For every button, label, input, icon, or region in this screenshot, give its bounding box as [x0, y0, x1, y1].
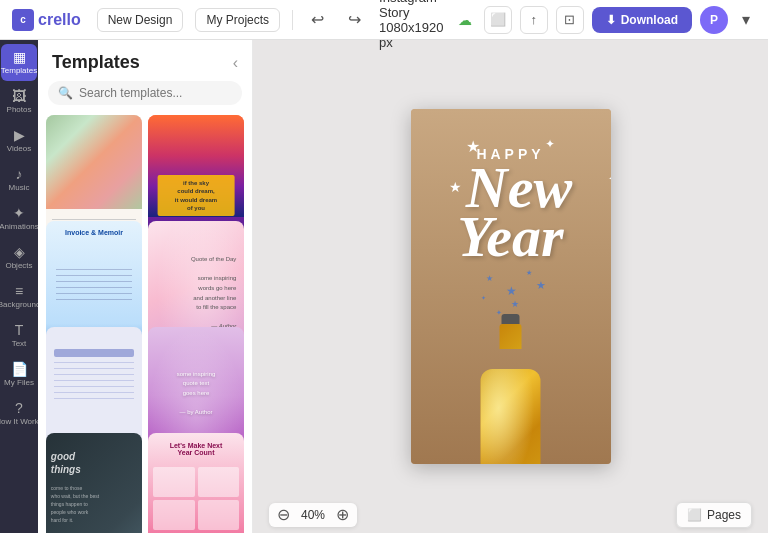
sidebar-item-videos[interactable]: ▶ Videos	[1, 122, 37, 159]
hny-design-container: ★ HAPPY ✦ ★ New ✦ Year	[421, 145, 601, 262]
zoom-in-icon: ⊕	[336, 506, 349, 523]
canvas-design[interactable]: ★ HAPPY ✦ ★ New ✦ Year	[411, 109, 611, 464]
confetti-star-4: ✦	[481, 294, 486, 301]
bottle-body	[481, 369, 541, 464]
videos-nav-label: Videos	[7, 144, 31, 153]
confetti-star-2: ★	[506, 284, 517, 298]
resize-icon: ⊡	[564, 12, 575, 27]
howitworks-nav-label: How It Works	[0, 417, 43, 426]
star-top-right-icon: ✦	[608, 173, 611, 184]
animations-icon: ✦	[13, 206, 25, 220]
objects-icon: ◈	[14, 245, 25, 259]
save-cloud-icon: ☁	[458, 12, 472, 28]
more-options-button[interactable]: ▾	[736, 6, 756, 33]
download-button[interactable]: ⬇ Download	[592, 7, 692, 33]
zoom-out-icon: ⊖	[277, 506, 290, 523]
confetti-star-6: ★	[536, 279, 546, 292]
canvas-area: ★ HAPPY ✦ ★ New ✦ Year	[253, 40, 768, 533]
topbar: c crello New Design My Projects ↩ ↪ Inst…	[0, 0, 768, 40]
template-card-8[interactable]: Let's Make NextYear Count	[148, 433, 244, 533]
monitor-icon: ⬜	[490, 12, 506, 27]
animations-nav-label: Animations	[0, 222, 39, 231]
download-icon: ⬇	[606, 13, 616, 27]
templates-nav-label: Templates	[1, 66, 37, 75]
objects-nav-label: Objects	[5, 261, 32, 270]
main-layout: ▦ Templates 🖼 Photos ▶ Videos ♪ Music ✦ …	[0, 40, 768, 533]
search-bar: 🔍	[48, 81, 242, 105]
videos-icon: ▶	[14, 128, 25, 142]
templates-icon: ▦	[13, 50, 26, 64]
redo-icon: ↪	[348, 11, 361, 28]
new-design-button[interactable]: New Design	[97, 8, 184, 32]
share-icon: ↑	[530, 12, 537, 27]
project-title: Instagram Story 1080x1920 px	[379, 0, 450, 50]
topbar-divider-1	[292, 10, 293, 30]
canvas-background: ★ HAPPY ✦ ★ New ✦ Year	[411, 109, 611, 464]
sidebar-item-animations[interactable]: ✦ Animations	[1, 200, 37, 237]
sidebar-close-button[interactable]: ‹	[233, 54, 238, 72]
photos-nav-label: Photos	[7, 105, 32, 114]
canvas-wrapper: ★ HAPPY ✦ ★ New ✦ Year	[253, 40, 768, 533]
topbar-right: ⬜ ↑ ⊡ ⬇ Download P ▾	[484, 6, 756, 34]
sidebar-item-background[interactable]: ≡ Background	[1, 278, 37, 315]
sidebar-title: Templates	[52, 52, 140, 73]
myfiles-icon: 📄	[11, 362, 28, 376]
logo-text: crello	[38, 11, 81, 29]
template-card-7[interactable]: goodthings come to thosewho wait, but th…	[46, 433, 142, 533]
star-right-icon: ✦	[545, 137, 555, 151]
background-nav-label: Background	[0, 300, 40, 309]
download-label: Download	[621, 13, 678, 27]
sidebar-item-myfiles[interactable]: 📄 My Files	[1, 356, 37, 393]
confetti-star-5: ★	[511, 299, 519, 309]
zoom-value: 40%	[298, 508, 328, 522]
topbar-center: Instagram Story 1080x1920 px ☁	[379, 0, 472, 50]
myfiles-nav-label: My Files	[4, 378, 34, 387]
search-input[interactable]	[79, 86, 232, 100]
pages-button[interactable]: ⬜ Pages	[676, 502, 752, 528]
background-icon: ≡	[15, 284, 23, 298]
template-grid: some text hereanother line if the skycou…	[38, 115, 252, 533]
sidebar-item-objects[interactable]: ◈ Objects	[1, 239, 37, 276]
new-text: New	[466, 163, 572, 212]
my-projects-button[interactable]: My Projects	[195, 8, 280, 32]
confetti-star-3: ★	[526, 269, 532, 277]
resize-button[interactable]: ⊡	[556, 6, 584, 34]
sidebar-panel: Templates ‹ 🔍 some text hereanother line	[38, 40, 253, 533]
zoom-controls: ⊖ 40% ⊕	[269, 503, 357, 527]
star-inline-icon: ★	[449, 179, 462, 195]
bottle-neck	[500, 324, 522, 349]
zoom-out-button[interactable]: ⊖	[277, 507, 290, 523]
sidebar-header: Templates ‹	[38, 40, 252, 81]
bottom-bar: ⊖ 40% ⊕ ⬜ Pages	[253, 497, 768, 533]
crello-logo[interactable]: c crello	[12, 9, 81, 31]
zoom-in-button[interactable]: ⊕	[336, 507, 349, 523]
redo-button[interactable]: ↪	[342, 6, 367, 33]
monitor-button[interactable]: ⬜	[484, 6, 512, 34]
sidebar-item-music[interactable]: ♪ Music	[1, 161, 37, 198]
champagne-bottle	[473, 314, 548, 464]
music-nav-label: Music	[9, 183, 30, 192]
text-nav-label: Text	[12, 339, 27, 348]
confetti-star-1: ★	[486, 274, 493, 283]
sidebar-item-howitworks[interactable]: ? How It Works	[1, 395, 37, 432]
search-icon: 🔍	[58, 86, 73, 100]
text-icon: T	[15, 323, 24, 337]
crello-logo-icon: c	[12, 9, 34, 31]
sidebar-item-photos[interactable]: 🖼 Photos	[1, 83, 37, 120]
pages-label: Pages	[707, 508, 741, 522]
share-button[interactable]: ↑	[520, 6, 548, 34]
avatar-button[interactable]: P	[700, 6, 728, 34]
left-nav: ▦ Templates 🖼 Photos ▶ Videos ♪ Music ✦ …	[0, 40, 38, 533]
sidebar-item-templates[interactable]: ▦ Templates	[1, 44, 37, 81]
music-icon: ♪	[16, 167, 23, 181]
howitworks-icon: ?	[15, 401, 23, 415]
bottle-top	[502, 314, 520, 324]
sidebar-item-text[interactable]: T Text	[1, 317, 37, 354]
bottle-glitter	[481, 369, 541, 464]
pages-icon: ⬜	[687, 508, 702, 522]
undo-icon: ↩	[311, 11, 324, 28]
undo-button[interactable]: ↩	[305, 6, 330, 33]
photos-icon: 🖼	[12, 89, 26, 103]
